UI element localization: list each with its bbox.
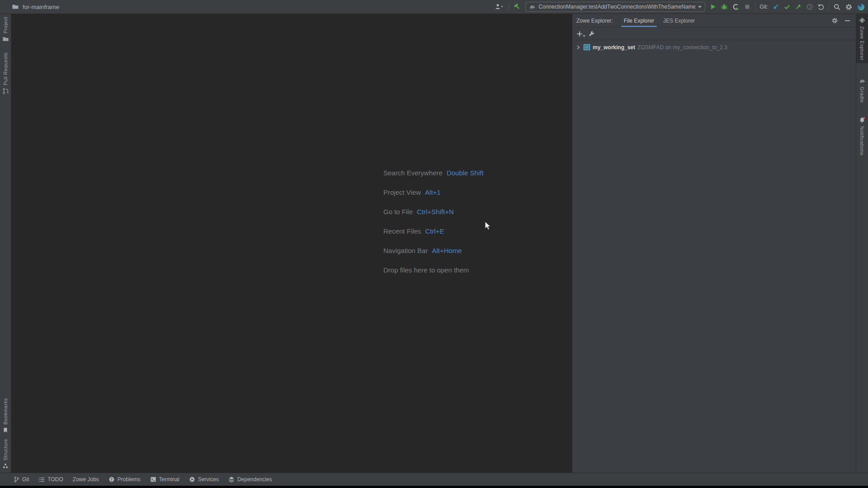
sidebar-item-bookmarks[interactable]: Bookmarks — [2, 395, 9, 436]
toolwindow-button-todo[interactable]: TODO — [38, 476, 63, 483]
build-hammer-icon[interactable] — [513, 3, 521, 11]
settings-gear-icon[interactable] — [845, 3, 853, 11]
problems-icon — [108, 476, 115, 483]
users-icon[interactable] — [495, 3, 505, 10]
git-push-icon[interactable] — [795, 3, 802, 10]
git-label: Git: — [760, 4, 768, 10]
debug-icon[interactable] — [721, 3, 728, 10]
sidebar-item-structure[interactable]: Structure — [2, 436, 9, 472]
shortcut-keys: Ctrl+E — [425, 227, 444, 235]
gradle-stripe-label: Gradle — [859, 87, 865, 103]
shortcut-keys: Ctrl+Shift+N — [417, 208, 454, 216]
chevron-right-icon[interactable] — [576, 45, 581, 50]
panel-gear-icon[interactable] — [831, 17, 838, 24]
panel-title: Zowe Explorer: — [576, 18, 613, 24]
working-set-icon — [583, 44, 590, 51]
account-sphere-icon[interactable] — [857, 3, 865, 11]
wrench-icon[interactable] — [588, 30, 595, 37]
zowe-diamond-icon — [859, 17, 866, 24]
rollback-icon[interactable] — [817, 3, 825, 10]
structure-stripe-label: Structure — [3, 439, 8, 460]
status-bar: Git TODO Zowe Jobs — [0, 473, 868, 488]
project-stripe-label: Project — [3, 17, 8, 33]
structure-icon — [2, 463, 9, 469]
bell-icon — [859, 117, 866, 124]
history-icon — [806, 3, 813, 10]
shortcut-label: Project View — [383, 188, 421, 196]
shortcut-row: Recent Files Ctrl+E — [383, 226, 484, 235]
toolwindow-button-terminal[interactable]: Terminal — [150, 476, 179, 483]
folder-icon — [12, 3, 19, 10]
run-configuration-name: ConnectionManager.testAddTwoConnectionsW… — [538, 4, 695, 10]
terminal-icon — [150, 476, 156, 483]
toolwindow-label: Zowe Jobs — [73, 476, 99, 483]
run-icon[interactable] — [709, 3, 717, 10]
ide-window: for-mainframe — [0, 0, 868, 488]
services-icon — [189, 476, 195, 483]
bookmark-icon — [2, 427, 9, 433]
minimize-icon[interactable] — [844, 18, 850, 23]
tree-row-working-set[interactable]: my_working_set ZOSMFAD on my_connection_… — [572, 42, 856, 52]
search-icon[interactable] — [833, 3, 841, 11]
toolwindow-label: Git — [22, 476, 29, 483]
shortcut-label: Search Everywhere — [383, 169, 443, 177]
chevron-down-icon — [698, 6, 702, 8]
toolwindow-label: Dependencies — [237, 476, 272, 483]
git-branch-icon — [14, 476, 19, 483]
working-set-name: my_working_set — [593, 44, 635, 51]
sidebar-item-zowe-explorer[interactable]: Zowe Explorer — [856, 14, 868, 63]
tab-file-explorer[interactable]: File Explorer — [619, 14, 659, 27]
add-icon[interactable] — [576, 31, 583, 37]
project-widget[interactable]: for-mainframe — [12, 3, 59, 10]
gradle-elephant-icon — [529, 4, 536, 10]
working-set-detail: ZOSMFAD on my_connection_to_2.3 — [637, 44, 727, 51]
left-tool-stripe: Project Pull Requests — [0, 14, 11, 473]
sidebar-item-pull-requests[interactable]: Pull Requests — [2, 50, 9, 97]
shortcut-row: Navigation Bar Alt+Home — [383, 246, 484, 255]
toolwindow-label: Terminal — [159, 476, 179, 483]
toolbar-separator — [509, 3, 509, 10]
notifications-stripe-label: Notifications — [859, 126, 865, 155]
sidebar-item-notifications[interactable]: Notifications — [859, 114, 866, 158]
gradle-elephant-icon — [859, 78, 866, 84]
shortcut-label: Navigation Bar — [383, 247, 428, 254]
shortcut-keys: Alt+Home — [432, 247, 462, 254]
toolwindow-label: TODO — [47, 476, 63, 483]
shortcut-row: Drop files here to open them — [383, 265, 484, 274]
shortcut-label: Drop files here to open them — [383, 266, 469, 274]
run-configuration-select[interactable]: ConnectionManager.testAddTwoConnectionsW… — [525, 2, 705, 12]
git-commit-icon[interactable] — [783, 3, 791, 10]
toolwindow-button-zowe-jobs[interactable]: Zowe Jobs — [73, 476, 99, 483]
project-folder-icon — [2, 36, 9, 42]
coverage-icon[interactable] — [732, 3, 740, 11]
file-explorer-tree: my_working_set ZOSMFAD on my_connection_… — [572, 40, 856, 473]
toolwindow-label: Services — [198, 476, 219, 483]
tab-jes-explorer[interactable]: JES Explorer — [659, 14, 699, 27]
shortcut-keys: Alt+1 — [425, 188, 441, 196]
toolbar-separator — [755, 3, 755, 10]
todo-icon — [38, 477, 45, 483]
toolwindow-button-services[interactable]: Services — [189, 476, 219, 483]
shortcut-label: Recent Files — [383, 227, 421, 235]
sidebar-item-gradle[interactable]: Gradle — [859, 75, 866, 105]
toolbar-separator — [829, 3, 829, 10]
shortcut-label: Go to File — [383, 208, 413, 216]
shortcut-row: Search Everywhere Double Shift — [383, 168, 484, 177]
panel-toolbar — [572, 28, 856, 40]
sidebar-item-project[interactable]: Project — [2, 14, 9, 45]
pull-request-icon — [2, 88, 9, 94]
bottom-edge — [0, 486, 868, 488]
panel-header: Zowe Explorer: File Explorer JES Explore… — [572, 14, 856, 28]
editor-area[interactable]: Search Everywhere Double Shift Project V… — [11, 14, 572, 473]
git-update-icon[interactable] — [772, 3, 779, 10]
shortcut-row: Go to File Ctrl+Shift+N — [383, 207, 484, 216]
empty-editor-shortcuts: Search Everywhere Double Shift Project V… — [383, 168, 484, 285]
project-title: for-mainframe — [23, 4, 59, 10]
toolwindow-button-problems[interactable]: Problems — [108, 476, 141, 483]
stop-icon — [744, 3, 751, 10]
chevron-down-icon — [583, 35, 585, 37]
zowe-explorer-panel: Zowe Explorer: File Explorer JES Explore… — [572, 14, 856, 473]
zowe-explorer-stripe-label: Zowe Explorer — [859, 26, 865, 61]
toolwindow-button-dependencies[interactable]: Dependencies — [228, 476, 272, 483]
toolwindow-button-git[interactable]: Git — [14, 476, 29, 483]
